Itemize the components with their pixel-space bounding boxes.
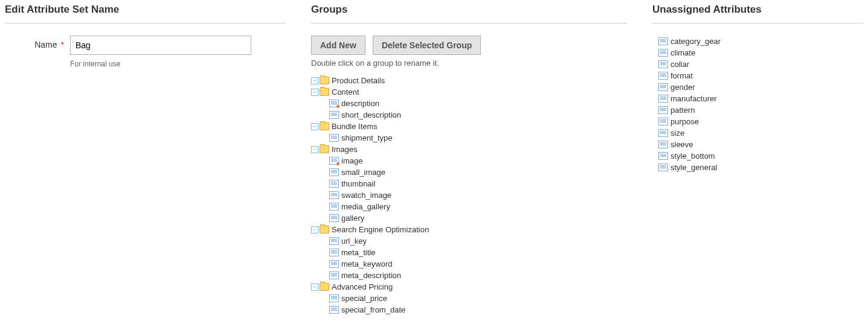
folder-icon xyxy=(320,88,329,96)
unassigned-attributes-panel: Unassigned Attributes category_gearclima… xyxy=(652,4,863,327)
unassigned-label[interactable]: style_bottom xyxy=(670,150,715,162)
attribute-label[interactable]: url_key xyxy=(341,235,367,247)
attribute-label[interactable]: small_image xyxy=(341,167,385,178)
group-label[interactable]: Product Details xyxy=(332,75,385,86)
group-node[interactable]: −Search Engine Optimizationurl_keymeta_t… xyxy=(311,224,622,281)
attribute-icon xyxy=(329,249,339,256)
unassigned-item[interactable]: purpose xyxy=(652,116,863,127)
collapse-icon[interactable]: − xyxy=(311,146,318,153)
attribute-label[interactable]: description xyxy=(341,98,379,109)
unassigned-label[interactable]: gender xyxy=(670,81,695,93)
folder-icon xyxy=(320,122,329,130)
attribute-node[interactable]: special_from_date xyxy=(322,304,622,315)
group-label[interactable]: Images xyxy=(332,144,358,155)
attribute-node[interactable]: description xyxy=(322,98,622,109)
attribute-label[interactable]: meta_keyword xyxy=(341,258,393,270)
unassigned-item[interactable]: gender xyxy=(652,81,863,93)
attribute-node[interactable]: small_image xyxy=(322,167,622,178)
folder-icon xyxy=(320,77,329,84)
unassigned-label[interactable]: category_gear xyxy=(670,36,721,47)
attribute-label[interactable]: thumbnail xyxy=(341,178,375,189)
attribute-label[interactable]: meta_title xyxy=(341,247,375,258)
attribute-icon xyxy=(658,60,668,68)
unassigned-label[interactable]: purpose xyxy=(670,116,699,127)
unassigned-item[interactable]: collar xyxy=(652,59,863,70)
attribute-node[interactable]: shipment_type xyxy=(322,132,622,144)
attribute-icon xyxy=(658,129,668,137)
attribute-node[interactable]: image xyxy=(322,155,622,167)
groups-panel: Groups Add New Delete Selected Group Dou… xyxy=(311,4,627,327)
attribute-label[interactable]: swatch_image xyxy=(341,189,391,201)
attribute-node[interactable]: meta_keyword xyxy=(322,258,622,270)
unassigned-item[interactable]: manufacturer xyxy=(652,93,863,104)
group-label[interactable]: Content xyxy=(332,86,359,98)
attribute-node[interactable]: meta_description xyxy=(322,270,622,281)
attribute-icon xyxy=(329,271,339,279)
attribute-label[interactable]: special_from_date xyxy=(341,304,405,315)
folder-icon xyxy=(320,226,329,233)
groups-tree: +Product Details−Contentdescriptionshort… xyxy=(311,75,622,315)
unassigned-label[interactable]: size xyxy=(670,127,684,139)
add-new-button[interactable]: Add New xyxy=(311,36,365,55)
unassigned-label[interactable]: sleeve xyxy=(670,139,693,150)
folder-icon xyxy=(320,145,329,153)
name-hint: For internal use xyxy=(70,60,286,68)
unassigned-item[interactable]: category_gear xyxy=(652,36,863,47)
collapse-icon[interactable]: − xyxy=(311,226,318,233)
folder-icon xyxy=(320,283,329,291)
group-node[interactable]: +Product Details xyxy=(311,75,622,86)
unassigned-label[interactable]: style_general xyxy=(670,162,717,173)
attribute-label[interactable]: gallery xyxy=(341,212,364,224)
attribute-icon xyxy=(658,141,668,148)
expand-icon[interactable]: + xyxy=(311,77,318,84)
attribute-icon xyxy=(329,168,339,176)
attribute-label[interactable]: meta_description xyxy=(341,270,401,281)
unassigned-label[interactable]: climate xyxy=(670,47,695,59)
name-label: Name xyxy=(34,40,57,49)
delete-selected-group-button[interactable]: Delete Selected Group xyxy=(373,36,481,55)
unassigned-item[interactable]: format xyxy=(652,70,863,81)
attribute-node[interactable]: url_key xyxy=(322,235,622,247)
attribute-node[interactable]: special_price xyxy=(322,293,622,304)
attribute-node[interactable]: meta_title xyxy=(322,247,622,258)
unassigned-label[interactable]: pattern xyxy=(670,104,695,116)
unassigned-item[interactable]: pattern xyxy=(652,104,863,116)
attribute-node[interactable]: gallery xyxy=(322,212,622,224)
attribute-node[interactable]: thumbnail xyxy=(322,178,622,189)
group-label[interactable]: Search Engine Optimization xyxy=(332,224,429,235)
unassigned-item[interactable]: size xyxy=(652,127,863,139)
group-node[interactable]: −Imagesimagesmall_imagethumbnailswatch_i… xyxy=(311,144,622,224)
attribute-label[interactable]: image xyxy=(341,155,362,167)
unassigned-label[interactable]: format xyxy=(670,70,693,81)
unassigned-item[interactable]: style_bottom xyxy=(652,150,863,162)
attribute-icon xyxy=(329,180,339,188)
collapse-icon[interactable]: − xyxy=(311,284,318,291)
unassigned-item[interactable]: climate xyxy=(652,47,863,59)
attribute-label[interactable]: media_gallery xyxy=(341,201,390,212)
collapse-icon[interactable]: − xyxy=(311,123,318,130)
required-asterisk: * xyxy=(61,40,64,49)
attribute-icon xyxy=(658,152,668,160)
attribute-label[interactable]: shipment_type xyxy=(341,132,393,144)
name-input[interactable] xyxy=(70,36,251,55)
attribute-label[interactable]: short_description xyxy=(341,109,401,121)
group-node[interactable]: −Contentdescriptionshort_description xyxy=(311,86,622,121)
groups-tree-scroll[interactable]: +Product Details−Contentdescriptionshort… xyxy=(311,75,627,315)
attribute-label[interactable]: special_price xyxy=(341,293,387,304)
unassigned-label[interactable]: collar xyxy=(670,59,689,70)
attribute-icon xyxy=(658,49,668,57)
unassigned-label[interactable]: manufacturer xyxy=(670,93,717,104)
attribute-node[interactable]: short_description xyxy=(322,109,622,121)
attribute-icon xyxy=(329,100,339,107)
unassigned-item[interactable]: sleeve xyxy=(652,139,863,150)
group-label[interactable]: Advanced Pricing xyxy=(332,281,393,293)
group-label[interactable]: Bundle Items xyxy=(332,121,378,132)
unassigned-item[interactable]: style_general xyxy=(652,162,863,173)
attribute-node[interactable]: media_gallery xyxy=(322,201,622,212)
group-node[interactable]: −Bundle Itemsshipment_type xyxy=(311,121,622,144)
group-node[interactable]: −Advanced Pricingspecial_pricespecial_fr… xyxy=(311,281,622,315)
collapse-icon[interactable]: − xyxy=(311,89,318,96)
name-field-row: Name* For internal use xyxy=(5,36,286,68)
attribute-node[interactable]: swatch_image xyxy=(322,189,622,201)
groups-help-text: Double click on a group to rename it. xyxy=(311,59,627,68)
